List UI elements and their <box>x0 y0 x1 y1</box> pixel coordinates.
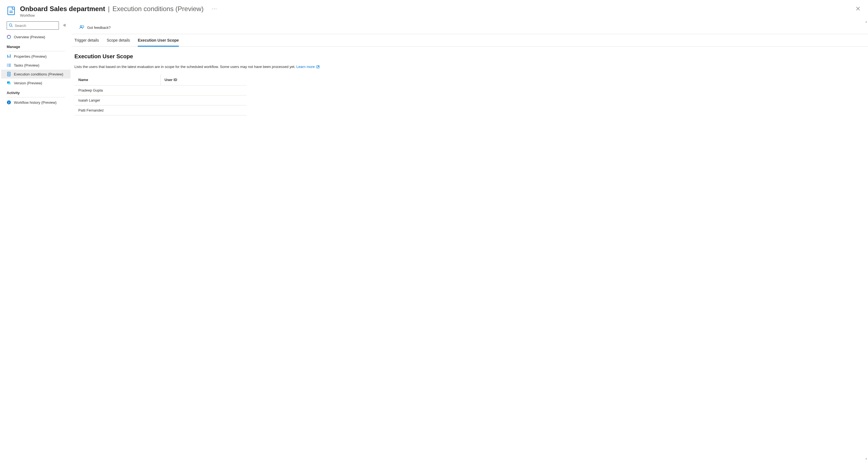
main-content: Got feedback? Trigger details Scope deta… <box>72 21 868 460</box>
table-header-userid[interactable]: User ID <box>160 74 247 86</box>
cell-name: Pradeep Gupta <box>74 86 160 95</box>
close-button[interactable] <box>855 6 861 12</box>
svg-line-6 <box>12 26 13 27</box>
feedback-label: Got feedback? <box>87 26 111 30</box>
close-icon <box>856 6 860 11</box>
tab-trigger-details[interactable]: Trigger details <box>74 34 99 46</box>
sidebar-section-manage: Manage <box>1 41 70 51</box>
sidebar-item-label: Execution conditions (Preview) <box>14 72 63 76</box>
more-actions-button[interactable]: ··· <box>212 6 217 11</box>
learn-more-link[interactable]: Learn more <box>296 65 319 69</box>
cell-userid <box>160 105 247 116</box>
section-title: Execution User Scope <box>74 53 865 60</box>
user-scope-table: Name User ID Pradeep Gupta Isaiah Langer <box>74 74 247 116</box>
sidebar-item-label: Tasks (Preview) <box>14 63 39 67</box>
search-icon <box>9 23 13 28</box>
feedback-icon <box>80 25 85 31</box>
table-row[interactable]: Patti Fernandez <box>74 105 247 116</box>
page-header: Onboard Sales department | Execution con… <box>0 0 868 21</box>
tab-execution-user-scope[interactable]: Execution User Scope <box>138 34 179 46</box>
info-icon <box>7 100 11 105</box>
cell-name: Patti Fernandez <box>74 105 160 116</box>
cell-name: Isaiah Langer <box>74 95 160 105</box>
properties-icon <box>7 54 11 59</box>
page-title: Onboard Sales department <box>20 5 105 13</box>
svg-point-5 <box>9 24 12 26</box>
search-input[interactable] <box>7 22 59 29</box>
svg-rect-9 <box>10 54 10 58</box>
sidebar-item-label: Overview (Preview) <box>14 35 45 39</box>
sidebar-item-label: Version (Preview) <box>14 81 42 85</box>
sidebar-item-tasks[interactable]: Tasks (Preview) <box>1 61 70 70</box>
svg-rect-8 <box>9 56 9 58</box>
sidebar-item-label: Workflow history (Preview) <box>14 100 57 105</box>
scroll-down-icon[interactable]: ▾ <box>865 457 867 460</box>
sidebar-item-version[interactable]: Version (Preview) <box>1 78 70 88</box>
section-description: Lists the users that based on the latest… <box>74 65 865 69</box>
chevron-double-left-icon <box>63 23 67 27</box>
workflow-document-icon <box>7 6 16 15</box>
version-icon <box>7 81 11 85</box>
search-field[interactable] <box>7 21 59 30</box>
sidebar: Overview (Preview) Manage Properties (Pr… <box>0 21 72 460</box>
page-subtitle: Execution conditions (Preview) <box>113 5 204 13</box>
document-icon <box>7 72 11 76</box>
svg-rect-18 <box>9 102 9 103</box>
tasks-icon <box>7 63 11 67</box>
collapse-sidebar-button[interactable] <box>62 22 68 29</box>
sidebar-section-activity: Activity <box>1 88 70 97</box>
table-row[interactable]: Isaiah Langer <box>74 95 247 105</box>
cell-userid <box>160 86 247 95</box>
svg-point-19 <box>80 26 82 27</box>
overview-icon <box>7 35 11 39</box>
breadcrumb: Workflow <box>20 13 861 18</box>
svg-rect-15 <box>8 83 10 84</box>
sidebar-item-overview[interactable]: Overview (Preview) <box>1 32 70 41</box>
table-row[interactable]: Pradeep Gupta <box>74 86 247 95</box>
tabs: Trigger details Scope details Execution … <box>72 34 868 46</box>
tab-scope-details[interactable]: Scope details <box>106 34 130 46</box>
cell-userid <box>160 95 247 105</box>
sidebar-item-workflow-history[interactable]: Workflow history (Preview) <box>1 98 70 107</box>
table-header-name[interactable]: Name <box>74 74 160 86</box>
scrollbar[interactable]: ▴ ▾ <box>864 20 868 460</box>
svg-rect-7 <box>7 55 8 58</box>
divider <box>7 97 65 97</box>
sidebar-item-properties[interactable]: Properties (Preview) <box>1 52 70 61</box>
title-separator: | <box>108 5 110 13</box>
scroll-up-icon[interactable]: ▴ <box>865 20 867 23</box>
external-link-icon <box>316 65 319 68</box>
sidebar-item-execution-conditions[interactable]: Execution conditions (Preview) <box>1 70 70 78</box>
svg-point-17 <box>9 101 9 102</box>
feedback-bar[interactable]: Got feedback? <box>72 21 868 34</box>
sidebar-item-label: Properties (Preview) <box>14 54 46 59</box>
